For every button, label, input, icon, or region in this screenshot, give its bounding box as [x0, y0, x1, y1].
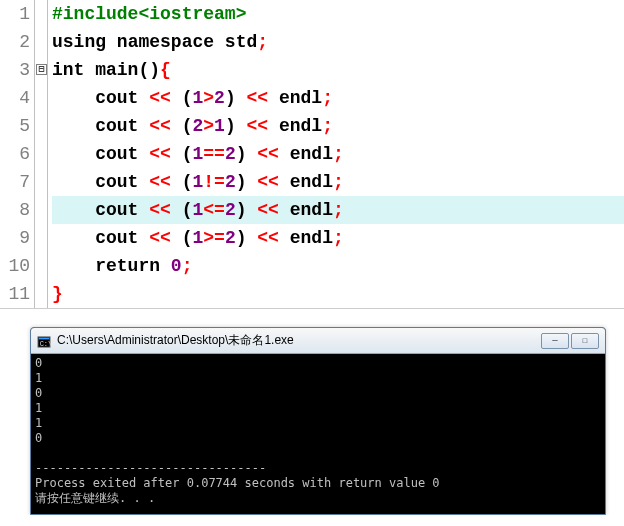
svg-text:C:\: C:\: [40, 339, 51, 347]
line-number: 11: [0, 280, 30, 308]
code-line[interactable]: int main(){: [52, 56, 624, 84]
line-number: 1: [0, 0, 30, 28]
code-line[interactable]: cout << (1>=2) << endl;: [52, 224, 624, 252]
code-line[interactable]: cout << (1<=2) << endl;: [52, 196, 624, 224]
line-number: 9: [0, 224, 30, 252]
line-number: 8: [0, 196, 30, 224]
console-titlebar[interactable]: C:\ C:\Users\Administrator\Desktop\未命名1.…: [31, 328, 605, 354]
line-number: 7: [0, 168, 30, 196]
code-line[interactable]: cout << (2>1) << endl;: [52, 112, 624, 140]
line-number: 2: [0, 28, 30, 56]
code-line[interactable]: cout << (1!=2) << endl;: [52, 168, 624, 196]
console-output[interactable]: 0 1 0 1 1 0 ----------------------------…: [31, 354, 605, 514]
console-icon: C:\: [37, 334, 51, 348]
line-number: 4: [0, 84, 30, 112]
line-number-gutter: 1234567891011: [0, 0, 34, 308]
line-number: 5: [0, 112, 30, 140]
code-line[interactable]: return 0;: [52, 252, 624, 280]
line-number: 6: [0, 140, 30, 168]
fold-toggle-icon[interactable]: ⊟: [36, 64, 47, 75]
code-line[interactable]: using namespace std;: [52, 28, 624, 56]
line-number: 3: [0, 56, 30, 84]
minimize-button[interactable]: ─: [541, 333, 569, 349]
code-line[interactable]: }: [52, 280, 624, 308]
maximize-button[interactable]: ☐: [571, 333, 599, 349]
line-number: 10: [0, 252, 30, 280]
console-window: C:\ C:\Users\Administrator\Desktop\未命名1.…: [30, 327, 606, 515]
console-title: C:\Users\Administrator\Desktop\未命名1.exe: [57, 332, 541, 349]
code-line[interactable]: cout << (1>2) << endl;: [52, 84, 624, 112]
code-line[interactable]: cout << (1==2) << endl;: [52, 140, 624, 168]
code-editor[interactable]: 1234567891011 ⊟ #include<iostream>using …: [0, 0, 624, 309]
fold-column[interactable]: ⊟: [34, 0, 48, 308]
window-buttons: ─ ☐: [541, 333, 599, 349]
code-area[interactable]: #include<iostream>using namespace std;in…: [48, 0, 624, 308]
code-line[interactable]: #include<iostream>: [52, 0, 624, 28]
